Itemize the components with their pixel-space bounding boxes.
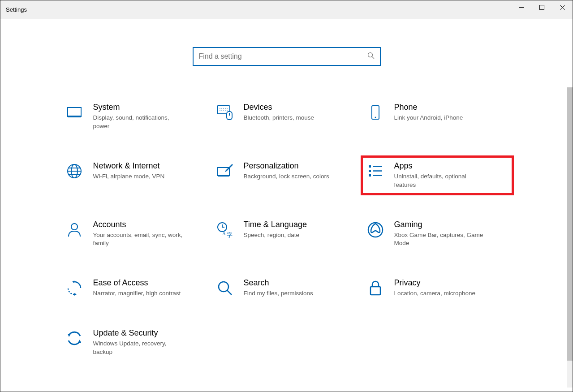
maximize-button[interactable] (531, 0, 552, 14)
svg-point-42 (368, 223, 383, 237)
tile-apps[interactable]: AppsUninstall, defaults, optional featur… (362, 157, 513, 194)
scrollbar[interactable] (567, 87, 573, 388)
tile-title: Personalization (244, 161, 329, 171)
tile-title: Gaming (394, 220, 488, 229)
tile-privacy[interactable]: PrivacyLocation, camera, microphone (362, 274, 513, 302)
tile-title: Privacy (394, 278, 476, 288)
svg-marker-48 (68, 334, 71, 337)
tile-title: Devices (244, 103, 315, 112)
svg-marker-44 (74, 293, 77, 296)
tile-title: Network & Internet (93, 161, 165, 171)
time-icon: A字 (216, 221, 234, 239)
accounts-icon (65, 221, 83, 239)
phone-icon (366, 103, 384, 121)
svg-rect-1 (539, 5, 544, 9)
personalization-icon (216, 162, 234, 180)
update-icon (65, 329, 83, 347)
tile-personalization[interactable]: PersonalizationBackground, lock screen, … (211, 157, 362, 194)
tile-accounts[interactable]: AccountsYour accounts, email, sync, work… (61, 215, 211, 253)
search-box[interactable] (193, 47, 381, 66)
svg-point-12 (225, 108, 226, 109)
tile-network[interactable]: Network & InternetWi-Fi, airplane mode, … (61, 157, 211, 194)
svg-point-13 (227, 108, 228, 109)
svg-point-15 (221, 110, 222, 111)
gaming-icon (366, 221, 384, 239)
svg-marker-43 (72, 280, 74, 283)
svg-point-14 (220, 110, 220, 111)
svg-text:A: A (222, 231, 226, 236)
tile-title: Time & Language (244, 220, 307, 229)
settings-grid: SystemDisplay, sound, notifications, pow… (0, 98, 573, 379)
tile-search[interactable]: SearchFind my files, permissions (211, 274, 362, 302)
tile-desc: Display, sound, notifications, power (93, 114, 187, 131)
tile-system[interactable]: SystemDisplay, sound, notifications, pow… (61, 98, 211, 135)
svg-point-17 (225, 110, 226, 111)
tile-title: Search (244, 278, 313, 288)
apps-icon (366, 162, 384, 180)
svg-point-22 (375, 117, 376, 118)
svg-rect-30 (369, 165, 371, 168)
svg-point-10 (221, 108, 222, 109)
titlebar: Settings (0, 0, 573, 19)
svg-point-18 (227, 110, 228, 111)
svg-rect-6 (68, 108, 81, 116)
tile-title: Ease of Access (93, 278, 181, 288)
tile-title: System (93, 103, 187, 112)
svg-point-4 (368, 53, 372, 57)
tile-desc: Location, camera, microphone (394, 289, 476, 298)
tile-desc: Bluetooth, printers, mouse (244, 114, 315, 122)
minimize-button[interactable] (511, 0, 531, 14)
svg-rect-32 (369, 170, 371, 172)
svg-rect-34 (369, 174, 371, 177)
svg-point-45 (219, 282, 228, 292)
svg-point-11 (223, 108, 224, 109)
svg-point-9 (220, 108, 220, 109)
tile-desc: Speech, region, date (244, 231, 307, 240)
search-input[interactable] (199, 52, 367, 60)
svg-line-46 (227, 290, 232, 295)
svg-point-36 (71, 224, 78, 230)
tile-desc: Wi-Fi, airplane mode, VPN (93, 172, 165, 181)
tile-desc: Uninstall, defaults, optional features (394, 172, 488, 190)
tile-desc: Find my files, permissions (244, 289, 313, 298)
search-icon (216, 279, 234, 297)
system-icon (65, 103, 83, 121)
tile-ease[interactable]: Ease of AccessNarrator, magnifier, high … (61, 274, 211, 302)
tile-desc: Xbox Game Bar, captures, Game Mode (394, 231, 488, 248)
tile-desc: Narrator, magnifier, high contrast (93, 289, 181, 298)
tile-title: Apps (394, 161, 488, 171)
tile-update[interactable]: Update & SecurityWindows Update, recover… (61, 324, 211, 361)
scrollbar-thumb[interactable] (567, 87, 573, 361)
svg-marker-49 (78, 340, 81, 343)
tile-desc: Windows Update, recovery, backup (93, 340, 187, 357)
tile-time[interactable]: A字Time & LanguageSpeech, region, date (211, 215, 362, 253)
tile-desc: Your accounts, email, sync, work, family (93, 231, 187, 248)
devices-icon (216, 103, 234, 121)
ease-icon (65, 279, 83, 297)
content-area: SystemDisplay, sound, notifications, pow… (0, 19, 573, 392)
tile-devices[interactable]: DevicesBluetooth, printers, mouse (211, 98, 362, 135)
svg-line-5 (372, 57, 374, 59)
window-title: Settings (6, 6, 27, 13)
tile-title: Phone (394, 103, 463, 112)
tile-gaming[interactable]: GamingXbox Game Bar, captures, Game Mode (362, 215, 513, 253)
window-controls (511, 0, 573, 19)
tile-phone[interactable]: PhoneLink your Android, iPhone (362, 98, 513, 135)
search-icon (367, 52, 375, 61)
tile-desc: Link your Android, iPhone (394, 114, 463, 122)
tile-desc: Background, lock screen, colors (244, 172, 329, 181)
network-icon (65, 162, 83, 180)
svg-text:字: 字 (227, 232, 233, 238)
svg-point-16 (223, 110, 224, 111)
tile-title: Accounts (93, 220, 187, 229)
close-button[interactable] (552, 0, 573, 14)
tile-title: Update & Security (93, 328, 187, 338)
svg-rect-47 (371, 287, 380, 295)
privacy-icon (366, 279, 384, 297)
